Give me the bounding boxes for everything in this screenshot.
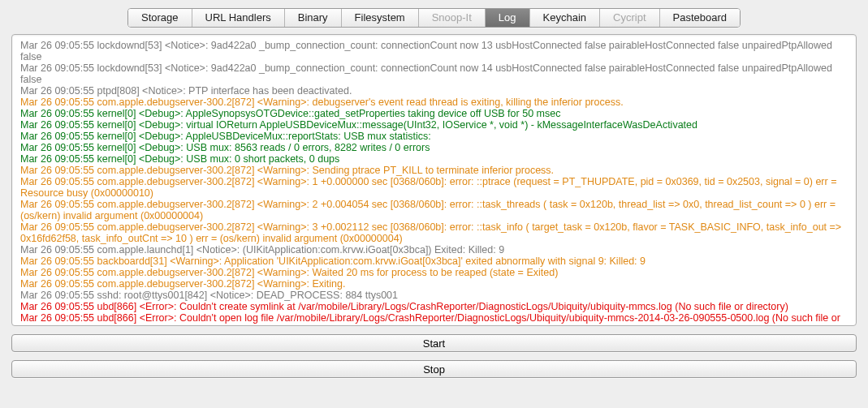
log-line: Mar 26 09:05:55 ptpd[808] <Notice>: PTP …: [20, 85, 848, 97]
log-line: Mar 26 09:05:55 com.apple.launchd[1] <No…: [20, 244, 848, 256]
log-line: Mar 26 09:05:55 com.apple.debugserver-30…: [20, 278, 848, 290]
log-line: Mar 26 09:05:55 backboardd[31] <Warning>…: [20, 256, 848, 267]
log-line: Mar 26 09:05:55 com.apple.debugserver-30…: [20, 165, 848, 176]
log-line: Mar 26 09:05:55 kernel[0] <Debug>: USB m…: [20, 153, 848, 165]
tab-cycript: Cycript: [600, 9, 659, 27]
window: StorageURL HandlersBinaryFilesystemSnoop…: [0, 0, 868, 391]
log-line: Mar 26 09:05:55 kernel[0] <Debug>: Apple…: [20, 108, 848, 119]
tab-url-handlers[interactable]: URL Handlers: [192, 9, 285, 27]
log-line: Mar 26 09:05:55 com.apple.debugserver-30…: [20, 199, 848, 221]
tab-bar: StorageURL HandlersBinaryFilesystemSnoop…: [11, 8, 857, 28]
log-line: Mar 26 09:05:55 ubd[866] <Error>: Couldn…: [20, 312, 848, 326]
tab-snoop-it: Snoop-It: [419, 9, 486, 27]
log-line: Mar 26 09:05:55 com.apple.debugserver-30…: [20, 97, 848, 108]
tab-log[interactable]: Log: [486, 9, 530, 27]
log-line: Mar 26 09:05:55 sshd: root@ttys001[842] …: [20, 290, 848, 301]
log-line: Mar 26 09:05:55 lockdownd[53] <Notice>: …: [20, 40, 848, 62]
log-line: Mar 26 09:05:55 kernel[0] <Debug>: Apple…: [20, 131, 848, 142]
tab-pasteboard[interactable]: Pasteboard: [660, 9, 741, 27]
log-line: Mar 26 09:05:55 ubd[866] <Error>: Couldn…: [20, 301, 848, 312]
log-line: Mar 26 09:05:55 kernel[0] <Debug>: USB m…: [20, 142, 848, 153]
log-line: Mar 26 09:05:55 com.apple.debugserver-30…: [20, 221, 848, 244]
log-line: Mar 26 09:05:55 kernel[0] <Debug>: virtu…: [20, 119, 848, 131]
button-row: Start Stop: [11, 334, 857, 378]
tab-filesystem[interactable]: Filesystem: [342, 9, 419, 27]
start-button[interactable]: Start: [11, 334, 857, 352]
log-output[interactable]: Mar 26 09:05:55 lockdownd[53] <Notice>: …: [11, 34, 857, 326]
tab-keychain[interactable]: Keychain: [530, 9, 600, 27]
stop-button[interactable]: Stop: [11, 360, 857, 378]
log-line: Mar 26 09:05:55 com.apple.debugserver-30…: [20, 176, 848, 199]
tab-binary[interactable]: Binary: [285, 9, 342, 27]
log-line: Mar 26 09:05:55 com.apple.debugserver-30…: [20, 267, 848, 278]
tab-storage[interactable]: Storage: [128, 9, 192, 27]
tab-segmented-control: StorageURL HandlersBinaryFilesystemSnoop…: [127, 8, 741, 28]
log-line: Mar 26 09:05:55 lockdownd[53] <Notice>: …: [20, 62, 848, 85]
